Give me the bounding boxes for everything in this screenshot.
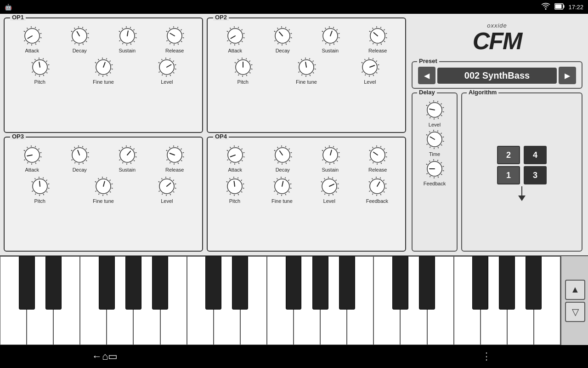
- knob-feedback[interactable]: [367, 176, 387, 196]
- knob-group-attack[interactable]: Attack: [225, 26, 245, 53]
- delay-knobs: Level Time Feedback: [424, 100, 446, 186]
- knob-release[interactable]: [368, 145, 388, 165]
- knob-decay[interactable]: [69, 26, 90, 46]
- algo-box-1[interactable]: 1: [497, 166, 520, 184]
- piano-black-key[interactable]: [205, 256, 221, 310]
- knob-pitch[interactable]: [225, 176, 245, 196]
- knob-level[interactable]: [157, 176, 177, 196]
- knob-level[interactable]: [319, 176, 339, 196]
- knob-release[interactable]: [368, 26, 388, 46]
- knob-sustain[interactable]: [320, 26, 340, 46]
- piano-black-key[interactable]: [45, 256, 62, 310]
- svg-line-239: [119, 159, 120, 160]
- knob-group-pitch[interactable]: Pitch: [30, 57, 50, 85]
- knob-group-fine-tune[interactable]: Fine tune: [93, 57, 114, 85]
- svg-line-147: [381, 27, 381, 28]
- knob-group-level[interactable]: Level: [360, 57, 380, 85]
- svg-line-155: [370, 40, 371, 41]
- knob-group-release[interactable]: Release: [368, 145, 388, 172]
- svg-line-39: [134, 41, 135, 42]
- knob-fine-tune[interactable]: [296, 57, 317, 77]
- piano-black-key[interactable]: [526, 256, 542, 310]
- knob-group-release[interactable]: Release: [164, 26, 185, 53]
- knob-group-attack[interactable]: Attack: [225, 145, 245, 172]
- knob-group-decay[interactable]: Decay: [272, 145, 293, 172]
- svg-line-388: [337, 188, 339, 188]
- svg-line-269: [40, 181, 40, 186]
- knob-group-feedback[interactable]: Feedback: [424, 159, 446, 186]
- knob-fine-tune[interactable]: [272, 176, 292, 196]
- knob-group-sustain[interactable]: Sustain: [117, 145, 137, 172]
- knob-group-attack[interactable]: Attack: [22, 145, 42, 172]
- knob-level[interactable]: [360, 57, 380, 77]
- more-button[interactable]: ⋮: [481, 351, 492, 362]
- knob-group-sustain[interactable]: Sustain: [320, 26, 340, 53]
- knob-group-sustain[interactable]: Sustain: [117, 26, 137, 53]
- knob-group-level[interactable]: Level: [424, 100, 445, 127]
- algo-box-2[interactable]: 2: [497, 146, 520, 164]
- knob-decay[interactable]: [69, 145, 90, 165]
- octave-up-button[interactable]: ▲: [565, 280, 585, 300]
- knob-pitch[interactable]: [233, 57, 253, 77]
- knob-group-decay[interactable]: Decay: [272, 26, 293, 53]
- knob-group-pitch[interactable]: Pitch: [233, 57, 253, 85]
- recents-button[interactable]: ▭: [108, 351, 118, 362]
- piano-black-key[interactable]: [286, 256, 302, 310]
- knob-fine-tune[interactable]: [93, 57, 113, 77]
- knob-group-decay[interactable]: Decay: [69, 26, 90, 53]
- piano-black-key[interactable]: [19, 256, 35, 310]
- knob-group-fine-tune[interactable]: Fine tune: [296, 57, 317, 85]
- knob-group-pitch[interactable]: Pitch: [30, 176, 50, 204]
- knob-sustain[interactable]: [117, 26, 137, 46]
- knob-sustain[interactable]: [320, 145, 340, 165]
- piano-black-key[interactable]: [125, 256, 141, 310]
- preset-prev-button[interactable]: ◀: [418, 67, 435, 84]
- knob-group-level[interactable]: Level: [319, 176, 339, 204]
- knob-time[interactable]: [424, 129, 445, 150]
- knob-release[interactable]: [164, 26, 185, 46]
- home-button[interactable]: ⌂: [102, 351, 108, 362]
- knob-level[interactable]: [157, 57, 177, 77]
- knob-group-release[interactable]: Release: [368, 26, 388, 53]
- knob-group-feedback[interactable]: Feedback: [366, 176, 388, 204]
- piano-black-key[interactable]: [419, 256, 435, 310]
- piano-black-key[interactable]: [499, 256, 515, 310]
- knob-group-level[interactable]: Level: [157, 176, 177, 204]
- knob-group-release[interactable]: Release: [164, 145, 185, 172]
- piano-keyboard[interactable]: [0, 256, 560, 345]
- piano-black-key[interactable]: [99, 256, 115, 310]
- piano-black-key[interactable]: [312, 256, 328, 310]
- algo-box-4[interactable]: 4: [524, 146, 547, 164]
- knob-attack[interactable]: [22, 26, 42, 46]
- preset-next-button[interactable]: ▶: [559, 67, 576, 84]
- piano-black-key[interactable]: [392, 256, 408, 310]
- knob-group-fine-tune[interactable]: Fine tune: [271, 176, 293, 204]
- algo-diagram: 2 4 1 3: [497, 146, 547, 201]
- knob-feedback[interactable]: [424, 159, 445, 179]
- back-button[interactable]: ←: [92, 351, 102, 362]
- knob-release[interactable]: [164, 145, 185, 165]
- knob-group-sustain[interactable]: Sustain: [320, 145, 340, 172]
- piano-black-key[interactable]: [152, 256, 168, 310]
- knob-attack[interactable]: [225, 145, 245, 165]
- knob-group-level[interactable]: Level: [157, 57, 177, 85]
- knob-attack[interactable]: [22, 145, 42, 165]
- knob-group-time[interactable]: Time: [424, 129, 445, 157]
- knob-group-decay[interactable]: Decay: [69, 145, 90, 172]
- piano-black-key[interactable]: [232, 256, 248, 310]
- knob-decay[interactable]: [272, 26, 293, 46]
- knob-level[interactable]: [424, 100, 445, 120]
- knob-group-pitch[interactable]: Pitch: [225, 176, 245, 204]
- knob-attack[interactable]: [225, 26, 245, 46]
- octave-down-button[interactable]: ▽: [565, 302, 585, 322]
- algo-box-3[interactable]: 3: [524, 166, 547, 184]
- piano-black-key[interactable]: [339, 256, 355, 310]
- knob-fine-tune[interactable]: [93, 176, 113, 196]
- knob-group-attack[interactable]: Attack: [22, 26, 42, 53]
- knob-pitch[interactable]: [30, 57, 50, 77]
- knob-pitch[interactable]: [30, 176, 50, 196]
- knob-group-fine-tune[interactable]: Fine tune: [93, 176, 114, 204]
- knob-decay[interactable]: [272, 145, 293, 165]
- piano-black-key[interactable]: [472, 256, 488, 310]
- knob-sustain[interactable]: [117, 145, 137, 165]
